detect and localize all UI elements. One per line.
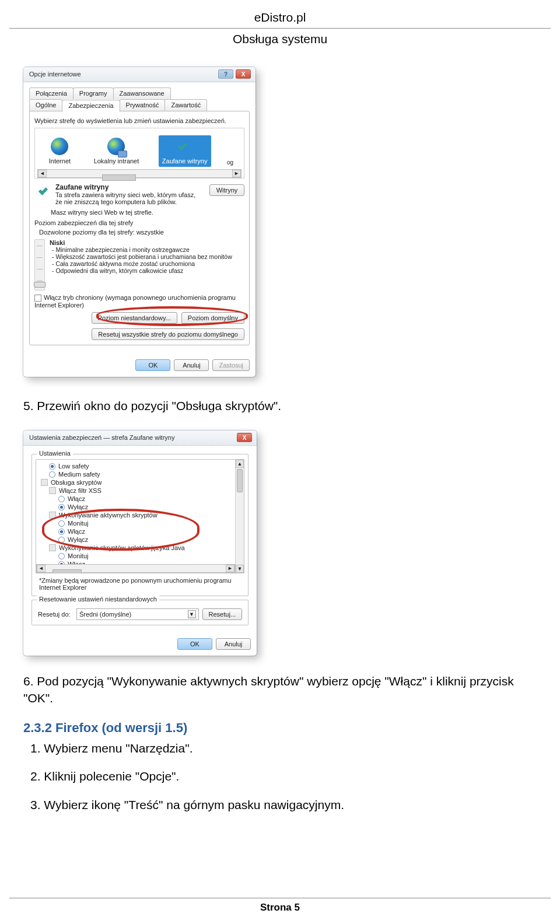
reset-button[interactable]: Resetuj... xyxy=(202,608,242,620)
tree-item: Obsługa skryptów xyxy=(38,478,242,487)
settings-legend: Ustawienia xyxy=(37,450,73,457)
zone-trusted-label: Zaufane witryny xyxy=(162,158,208,164)
tab-general[interactable]: Ogólne xyxy=(29,99,62,111)
trusted-check-icon xyxy=(39,183,53,197)
apply-button[interactable]: Zastosuj xyxy=(212,359,250,371)
step-6-text: 6. Pod pozycją "Wykonywanie aktywnych sk… xyxy=(23,673,537,706)
radio-icon[interactable] xyxy=(58,537,65,543)
close-button[interactable]: X xyxy=(236,69,251,79)
security-level-slider[interactable] xyxy=(34,239,45,290)
tab-security[interactable]: Zabezpieczenia xyxy=(62,100,120,112)
tree-item[interactable]: Medium safety xyxy=(38,470,242,478)
tree-item-label: Włącz filtr XSS xyxy=(59,487,102,494)
custom-level-button[interactable]: Poziom niestandardowy... xyxy=(92,312,177,324)
firefox-step-2: 2. Kliknij polecenie "Opcje". xyxy=(41,768,537,785)
bullet-3: - Cała zawartość aktywna może zostać uru… xyxy=(52,260,244,267)
tree-item-label: Wykonywanie aktywnych skryptów xyxy=(59,512,158,519)
cancel-button[interactable]: Anuluj xyxy=(174,359,209,371)
zone-instruction: Wybierz strefę do wyświetlenia lub zmień… xyxy=(34,117,244,124)
protected-mode-checkbox[interactable] xyxy=(34,295,41,302)
tree-item: Włącz filtr XSS xyxy=(38,487,242,495)
tab-privacy[interactable]: Prywatność xyxy=(120,99,166,111)
script-icon xyxy=(41,479,48,486)
reset-level-value: Średni (domyślne) xyxy=(79,611,131,618)
tab-programs[interactable]: Programy xyxy=(73,88,114,99)
restart-note: *Zmiany będą wprowadzone po ponownym uru… xyxy=(39,577,241,591)
tree-item-label: Włącz xyxy=(68,528,85,535)
radio-icon[interactable] xyxy=(49,471,55,478)
radio-icon[interactable] xyxy=(58,553,65,559)
script-icon xyxy=(49,487,56,494)
radio-icon[interactable] xyxy=(58,520,65,527)
security-panel: Wybierz strefę do wyświetlenia lub zmień… xyxy=(29,111,250,345)
radio-icon[interactable] xyxy=(58,496,65,502)
sites-button[interactable]: Witryny xyxy=(209,184,244,196)
tree-item-label: Wykonywanie skryptów apletów języka Java xyxy=(59,544,185,551)
site-title: eDistro.pl xyxy=(0,10,560,24)
internet-options-dialog: Opcje internetowe ? X Połączenia Program… xyxy=(23,67,256,377)
tree-item-label: Włącz xyxy=(68,495,85,502)
script-icon xyxy=(49,544,56,551)
footer-rule xyxy=(9,898,551,898)
tree-scrollbar[interactable]: ▲▼ xyxy=(235,460,244,573)
settings-group: Ustawienia Low safetyMedium safetyObsług… xyxy=(32,454,249,596)
tree-hscrollbar[interactable]: ◄► xyxy=(36,564,235,573)
tree-item[interactable]: Monituj xyxy=(38,552,242,560)
tree-item-label: Low safety xyxy=(58,463,89,470)
zone-scrollbar[interactable]: ◄► xyxy=(37,169,242,178)
tab-content[interactable]: Zawartość xyxy=(164,99,207,111)
tree-item[interactable]: Wyłącz xyxy=(38,503,242,511)
ok-button-2[interactable]: OK xyxy=(177,638,212,650)
page-footer: Strona 5 xyxy=(0,898,560,914)
tree-item[interactable]: Wyłącz xyxy=(38,536,242,544)
help-button[interactable]: ? xyxy=(218,69,233,79)
script-icon xyxy=(49,512,56,519)
cancel-button-2[interactable]: Anuluj xyxy=(216,638,251,650)
tree-item[interactable]: Włącz xyxy=(38,527,242,536)
tab-advanced[interactable]: Zaawansowane xyxy=(113,88,171,99)
tab-connections[interactable]: Połączenia xyxy=(29,88,74,99)
reset-all-zones-button[interactable]: Resetuj wszystkie strefy do poziomu domy… xyxy=(92,328,244,340)
tree-item-label: Monituj xyxy=(68,552,88,559)
zone-overflow: og xyxy=(227,159,233,167)
ok-button[interactable]: OK xyxy=(135,359,170,371)
tree-item-label: Wyłącz xyxy=(68,503,88,510)
radio-icon[interactable] xyxy=(58,528,65,535)
step-5-text: 5. Przewiń okno do pozycji "Obsługa skry… xyxy=(23,398,537,414)
page-number: Strona 5 xyxy=(260,902,300,913)
default-level-button[interactable]: Poziom domyślny xyxy=(181,312,244,324)
titlebar-2: Ustawienia zabezpieczeń — strefa Zaufane… xyxy=(23,430,257,446)
bullet-2: - Większość zawartości jest pobierana i … xyxy=(52,253,244,260)
tree-item-label: Medium safety xyxy=(58,471,100,478)
section-heading-firefox: 2.3.2 Firefox (od wersji 1.5) xyxy=(23,720,537,736)
reset-level-combobox[interactable]: Średni (domyślne) ▼ xyxy=(76,608,199,620)
protected-mode-label: Włącz tryb chroniony (wymaga ponownego u… xyxy=(34,294,236,309)
tree-item[interactable]: Monituj xyxy=(38,519,242,527)
trusted-desc: Ta strefa zawiera witryny sieci web, któ… xyxy=(55,191,204,205)
globe-icon xyxy=(51,138,68,155)
close-button-2[interactable]: X xyxy=(237,433,252,442)
tab-row-2: Ogólne Zabezpieczenia Prywatność Zawarto… xyxy=(29,99,250,111)
zone-trusted[interactable]: Zaufane witryny xyxy=(159,135,211,167)
tree-item-label: Monituj xyxy=(68,520,88,527)
radio-icon[interactable] xyxy=(49,463,55,470)
zone-internet[interactable]: Internet xyxy=(46,135,74,167)
reset-to-label: Resetuj do: xyxy=(38,611,73,618)
titlebar: Opcje internetowe ? X xyxy=(23,67,256,82)
dialog-title: Opcje internetowe xyxy=(29,71,81,78)
firefox-step-3: 3. Wybierz ikonę "Treść" na górnym pasku… xyxy=(41,797,537,813)
trusted-title: Zaufane witryny xyxy=(55,183,204,191)
settings-tree: Low safetyMedium safetyObsługa skryptówW… xyxy=(36,459,244,573)
bullet-1: - Minimalne zabezpieczenia i monity ostr… xyxy=(52,246,244,253)
zone-intranet[interactable]: Lokalny intranet xyxy=(90,135,143,167)
chevron-down-icon: ▼ xyxy=(188,610,196,618)
globe-intranet-icon xyxy=(107,138,125,155)
page-header: eDistro.pl Obsługa systemu xyxy=(0,0,560,46)
tree-item[interactable]: Włącz xyxy=(38,495,242,503)
tree-item[interactable]: Low safety xyxy=(38,462,242,470)
level-name: Niski xyxy=(50,239,244,246)
tree-item: Wykonywanie skryptów apletów języka Java xyxy=(38,544,242,552)
header-rule xyxy=(9,28,551,29)
radio-icon[interactable] xyxy=(58,504,65,510)
has-sites-text: Masz witryny sieci Web w tej strefie. xyxy=(51,209,244,216)
